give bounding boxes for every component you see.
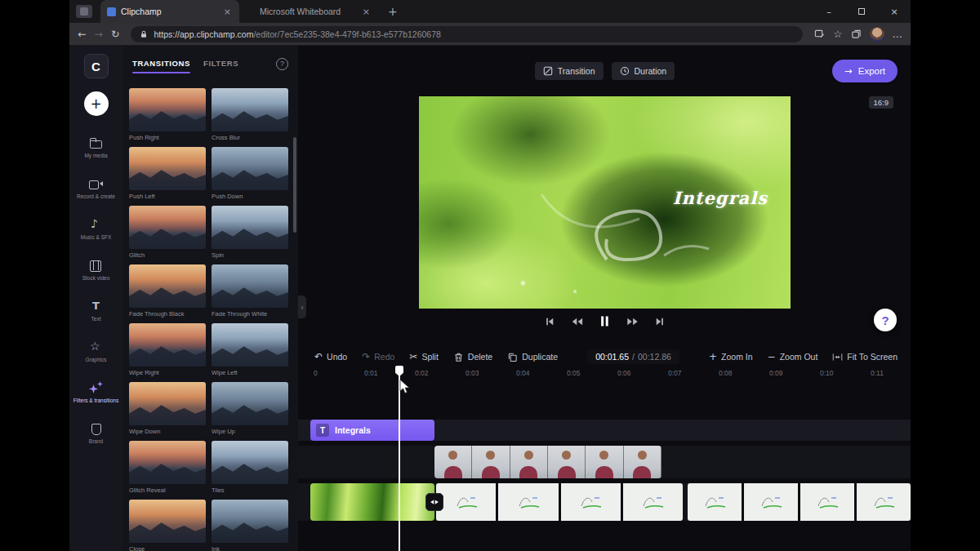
transition-thumbnail[interactable] [129,88,206,131]
duration-button-label: Duration [635,66,667,76]
transition-item[interactable]: Glitch [129,206,206,259]
zoom-in-button[interactable]: +Zoom In [709,351,753,362]
transition-thumbnail[interactable] [212,264,288,308]
browser-tab[interactable]: Clipchamp × [100,0,239,23]
add-media-button[interactable]: + [84,91,109,116]
skip-start-button[interactable] [545,317,555,327]
transition-thumbnail[interactable] [212,500,288,543]
delete-button[interactable]: Delete [453,352,492,362]
skip-end-button[interactable] [655,317,665,327]
transition-item[interactable]: Fade Through White [212,264,288,318]
forward-button[interactable]: → [94,28,102,40]
panel-collapse-button[interactable]: ‹ [298,295,306,318]
collections-icon[interactable] [851,29,862,39]
panel-tab[interactable]: TRANSITIONS [132,59,190,69]
settings-more-icon[interactable]: … [893,28,903,40]
close-button[interactable]: × [878,0,911,23]
transition-item[interactable]: Push Left [129,147,206,200]
video-preview[interactable]: Integrals [419,96,791,309]
transition-item[interactable]: Glitch Reveal [129,441,206,494]
whiteboard-clip-1[interactable] [436,483,683,521]
ruler-tick-label: 0:06 [617,369,668,382]
transition-item[interactable]: Fade Through Black [129,264,206,318]
whiteboard-clip-2[interactable] [688,483,911,521]
transition-item[interactable]: Cross Blur [212,88,288,141]
clipchamp-logo[interactable]: C [84,54,109,78]
sidebar-item[interactable]: Record & create [69,168,122,209]
transition-item[interactable]: Wipe Right [129,323,206,376]
pause-button[interactable] [599,315,610,327]
transition-thumbnail[interactable] [212,382,288,425]
redo-button[interactable]: ↷Redo [362,351,394,362]
split-button[interactable]: ✂Split [409,351,439,362]
undo-button[interactable]: ↶Undo [314,351,347,362]
transition-label: Wipe Up [212,428,288,435]
webcam-clip[interactable] [434,446,662,478]
transition-thumbnail[interactable] [212,88,288,131]
web-capture-icon[interactable] [814,29,825,39]
new-tab-button[interactable]: + [388,5,398,18]
profile-avatar[interactable] [870,27,884,42]
transition-item[interactable]: Spin [212,206,288,259]
transition-item[interactable]: Push Down [212,147,288,200]
back-button[interactable]: ← [78,28,86,40]
tab-close-icon[interactable]: × [222,7,233,17]
transition-item[interactable]: Push Right [129,88,206,141]
transition-thumbnail[interactable] [129,441,206,484]
transition-thumbnail[interactable] [129,500,206,543]
fit-to-screen-button[interactable]: Fit To Screen [832,352,898,362]
minimize-button[interactable]: – [813,0,845,23]
transition-thumbnail[interactable] [212,441,288,484]
transition-thumbnail[interactable] [129,147,206,190]
transition-thumbnail[interactable] [212,206,288,249]
transition-item[interactable]: Wipe Up [212,382,288,435]
duplicate-button[interactable]: Duplicate [507,352,558,362]
sidebar-item[interactable]: Text [69,291,122,331]
sidebar-item[interactable]: Brand [69,413,122,454]
address-bar[interactable]: https://app.clipchamp.com/editor/7ec5e23… [131,26,803,42]
transition-thumbnail[interactable] [129,206,206,249]
fast-forward-button[interactable] [626,317,639,327]
sidebar-item[interactable]: Music & SFX [69,209,122,250]
sidebar-item[interactable]: Graphics [69,331,122,372]
webcam-frame [624,446,662,478]
rewind-button[interactable] [571,317,583,327]
integrals-video-clip[interactable] [310,483,434,521]
transition-thumbnail[interactable] [212,147,288,190]
transition-thumbnail[interactable] [129,382,206,425]
transition-settings-button[interactable]: Transition [535,62,604,80]
browser-tab[interactable]: Microsoft Whiteboard × [239,0,378,23]
help-button[interactable]: ? [874,309,897,331]
transition-marker[interactable] [425,493,443,511]
sidebar-item[interactable]: Stock video [69,250,122,291]
text-clip[interactable]: T Integrals [310,420,434,441]
refresh-button[interactable]: ↻ [111,28,119,40]
transition-item[interactable]: Wipe Left [212,323,288,376]
aspect-ratio-badge[interactable]: 16:9 [869,96,894,109]
favorites-icon[interactable]: ☆ [833,28,842,40]
sidebar-item[interactable]: My media [69,127,122,168]
panel-tab[interactable]: FILTERS [203,59,238,69]
zoom-out-label: Zoom Out [780,352,818,362]
workspace-icon[interactable] [76,5,92,18]
sidebar-item-label: Brand [87,438,105,445]
sidebar-item-label: Graphics [82,357,109,363]
transition-item[interactable]: Close [129,500,206,551]
panel-scrollbar[interactable] [293,137,296,233]
export-button[interactable]: → Export [832,60,898,82]
transition-thumbnail[interactable] [129,323,206,367]
transition-item[interactable]: Wipe Down [129,382,206,435]
duration-button[interactable]: Duration [612,62,675,80]
transition-thumbnail[interactable] [212,323,288,367]
sidebar-item-icon [89,422,103,436]
transition-item[interactable]: Ink [212,500,288,551]
zoom-out-button[interactable]: −Zoom Out [768,351,818,362]
transition-thumbnail[interactable] [129,264,206,308]
site-lock-icon[interactable] [139,29,149,39]
maximize-button[interactable] [845,0,878,23]
sidebar-item[interactable]: Filters & transitions [69,372,122,413]
panel-help-icon[interactable]: ? [276,58,288,70]
time-separator: / [632,352,635,362]
tab-close-icon[interactable]: × [361,7,372,17]
transition-item[interactable]: Tiles [212,441,288,494]
